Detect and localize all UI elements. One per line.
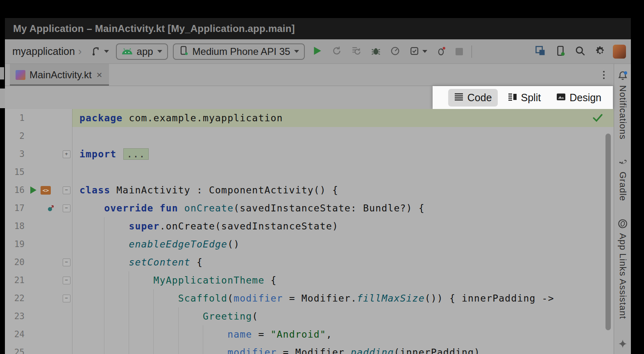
class-icon: <>	[41, 186, 51, 195]
collapse-fold-icon[interactable]: −	[63, 186, 70, 194]
run-icon	[312, 45, 322, 57]
tool-button-app-links-assistant[interactable]: App Links Assistant	[617, 218, 628, 319]
project-name: myapplication	[12, 45, 75, 57]
close-tab-icon[interactable]: ×	[96, 70, 103, 80]
apply-code-changes-button[interactable]	[349, 44, 364, 59]
code-text[interactable]: package com.example.myapplication	[72, 109, 614, 127]
code-text[interactable]: super.onCreate(savedInstanceState)	[72, 217, 614, 235]
gutter-icons	[25, 204, 61, 212]
layout-inspector-icon	[535, 45, 546, 58]
chevron-down-icon	[104, 50, 109, 53]
fold-gutter: −	[61, 295, 72, 302]
code-text[interactable]: setContent {	[72, 253, 614, 271]
screenshot-icon	[555, 45, 566, 57]
window-titlebar: My Application – MainActivity.kt [My_App…	[5, 18, 631, 39]
code-line-2: 2	[5, 127, 614, 145]
code-line-16: 16<>−class MainActivity : ComponentActiv…	[5, 181, 614, 199]
inspection-status-icon[interactable]	[592, 113, 603, 123]
search-everywhere-button[interactable]	[573, 44, 588, 59]
code-text[interactable]: MyApplicationTheme {	[72, 271, 614, 289]
line-number: 17	[5, 203, 25, 213]
collapse-fold-icon[interactable]: −	[63, 204, 70, 212]
editor-tab-bar: MainActivity.kt ×	[5, 64, 614, 86]
split-view-button[interactable]: Split	[502, 89, 547, 107]
coverage-button[interactable]	[407, 44, 429, 59]
expand-fold-icon[interactable]: +	[63, 150, 70, 158]
editor-scrollbar-thumb[interactable]	[605, 134, 611, 330]
chevron-down-icon	[422, 50, 427, 53]
gear-icon	[595, 45, 606, 58]
search-icon	[575, 45, 586, 58]
code-text[interactable]: modifier = Modifier.padding(innerPadding…	[72, 343, 614, 354]
collapse-fold-icon[interactable]: −	[63, 259, 70, 266]
code-line-3: 3+import ...	[5, 145, 614, 163]
code-text[interactable]: import ...	[72, 145, 614, 163]
mode-label: Split	[521, 92, 541, 104]
editor-rows: 1package com.example.myapplication23+imp…	[5, 109, 614, 354]
code-text[interactable]	[72, 163, 614, 181]
code-text[interactable]: Scaffold(modifier = Modifier.fillMaxSize…	[72, 289, 614, 307]
code-line-1: 1package com.example.myapplication	[5, 109, 614, 127]
split-view-icon	[508, 92, 517, 104]
run-button[interactable]	[310, 44, 324, 59]
apply-changes-button[interactable]	[329, 44, 344, 59]
tool-button-notifications[interactable]: Notifications	[617, 70, 628, 140]
project-breadcrumb[interactable]: myapplication ›	[11, 44, 84, 59]
device-selector[interactable]: Medium Phone API 35	[173, 43, 305, 60]
code-text[interactable]: class MainActivity : ComponentActivity()…	[72, 181, 614, 199]
line-number: 21	[5, 275, 25, 285]
kotlin-file-icon	[16, 70, 25, 80]
design-view-button[interactable]: Design	[551, 89, 607, 107]
tool-button-gradle[interactable]: Gradle	[617, 157, 628, 201]
code-text[interactable]: Greeting(	[72, 307, 614, 325]
gutter-icons: <>	[25, 186, 61, 195]
debug-bug-icon	[371, 46, 381, 57]
tab-label: MainActivity.kt	[29, 69, 92, 81]
code-line-22: 22− Scaffold(modifier = Modifier.fillMax…	[5, 289, 614, 307]
fold-gutter: −	[61, 186, 72, 194]
fold-gutter: −	[61, 277, 72, 284]
code-text[interactable]: name = "Android",	[72, 325, 614, 343]
run-config-selector[interactable]: app	[116, 43, 168, 60]
apply-changes-icon	[331, 45, 342, 57]
line-number: 23	[5, 311, 25, 321]
device-screenshot-button[interactable]	[553, 44, 568, 59]
chevron-down-icon	[294, 50, 299, 53]
app-links-assistant-icon	[617, 218, 628, 230]
code-line-20: 20− setContent {	[5, 253, 614, 271]
stop-button[interactable]	[454, 46, 465, 57]
attach-debugger-icon	[436, 46, 447, 57]
profile-button[interactable]	[388, 44, 402, 59]
settings-button[interactable]	[593, 44, 608, 59]
vcs-widget-button[interactable]	[88, 44, 111, 59]
line-number: 18	[5, 221, 25, 231]
tab-mainactivity[interactable]: MainActivity.kt ×	[10, 64, 109, 86]
android-icon	[122, 46, 133, 57]
attach-debugger-button[interactable]	[434, 44, 449, 59]
line-number: 15	[5, 167, 25, 177]
chevron-right-icon: ›	[78, 45, 82, 58]
code-line-15: 15	[5, 163, 614, 181]
gradle-icon	[617, 157, 628, 169]
code-view-button[interactable]: Code	[448, 89, 498, 107]
debug-button[interactable]	[369, 44, 383, 59]
overriding-method-icon[interactable]	[47, 204, 55, 212]
collapse-fold-icon[interactable]: −	[63, 277, 70, 284]
tab-options-kebab-icon[interactable]	[601, 68, 607, 82]
run-class-icon[interactable]	[30, 186, 36, 194]
code-line-23: 23 Greeting(	[5, 307, 614, 325]
layout-inspector-button[interactable]	[533, 43, 548, 59]
ai-assistant-sparkle-icon[interactable]	[618, 339, 628, 350]
main-area: MainActivity.kt × Code	[5, 64, 631, 354]
vcs-branch-icon	[91, 45, 101, 57]
code-line-17: 17− override fun onCreate(savedInstanceS…	[5, 199, 614, 217]
user-avatar[interactable]	[613, 45, 626, 59]
code-text[interactable]: override fun onCreate(savedInstanceState…	[72, 199, 614, 217]
mode-label: Code	[467, 92, 492, 104]
code-text[interactable]: enableEdgeToEdge()	[72, 235, 614, 253]
collapse-fold-icon[interactable]: −	[63, 295, 70, 302]
right-tool-stripe: Notifications Gradle App Links Assistant	[614, 64, 631, 354]
fold-gutter: −	[61, 204, 72, 212]
code-text[interactable]	[72, 127, 614, 145]
gutter-divider	[72, 109, 73, 354]
